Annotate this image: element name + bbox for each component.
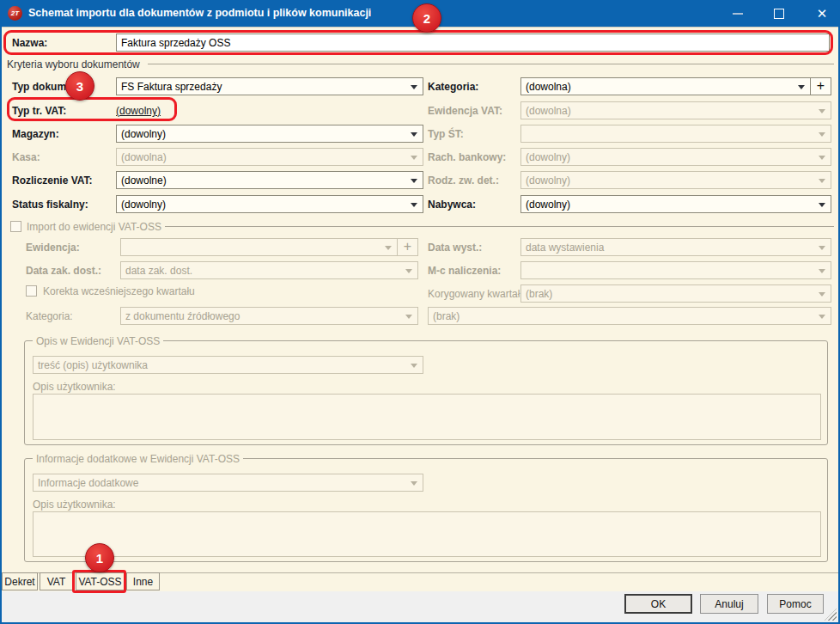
nabywca-value: (dowolny) [526,199,570,211]
typ-dokumentu-label: Typ dokumentu: [12,81,91,93]
anuluj-button[interactable]: Anuluj [700,594,758,614]
chevron-down-icon [385,246,392,250]
chevron-down-icon [819,292,825,297]
import-vatoss-checkbox-label: Import do ewidencji VAT-OSS [27,221,161,233]
status-fiskalny-label: Status fiskalny: [12,199,88,211]
chevron-down-icon [411,364,417,368]
korygowany-kwartal-value: (brak) [526,288,552,300]
kategoria-value: (dowolna) [526,81,571,93]
typ-dokumentu-combo[interactable]: FS Faktura sprzedaży [116,77,423,95]
chevron-down-icon [411,481,417,486]
typ-st-label: Typ ŚT: [428,128,464,140]
chevron-down-icon [819,269,825,273]
maximize-icon [774,9,784,19]
pomoc-button[interactable]: Pomoc [767,594,824,614]
kasa-label: Kasa: [12,151,40,163]
vatoss-kategoria-label: Kategoria: [26,310,73,322]
typ-st-combo [520,125,831,143]
chevron-down-icon [819,132,825,137]
nazwa-label: Nazwa: [12,37,47,49]
dialog-window: 2T Schemat importu dla dokumentów z podm… [0,0,840,624]
korygowany-kwartal-combo: (brak) [520,284,831,303]
ewidencja-combo [120,238,398,256]
chevron-down-icon [411,156,417,160]
rozliczenie-vat-combo[interactable]: (dowolne) [116,171,423,189]
tab-vat[interactable]: VAT [40,572,73,590]
chevron-down-icon [819,246,825,250]
rozliczenie-vat-label: Rozliczenie VAT: [12,174,93,187]
data-zak-dost-combo: data zak. dost. [120,261,418,279]
data-wyst-label: Data wyst.: [428,242,482,254]
chevron-down-icon [819,179,825,183]
tab-dekret[interactable]: Dekret [2,572,38,590]
data-zak-dost-label: Data zak. dost.: [26,265,101,277]
rach-bankowy-combo: (dowolny) [520,148,831,166]
kategoria-add-button[interactable]: + [810,77,831,95]
window-title: Schemat importu dla dokumentów z podmiot… [28,7,371,19]
vatoss-header-line [165,226,834,227]
informacje-groupbox-legend: Informacje dodatkowe w Ewidencji VAT-OSS [33,453,243,465]
ewidencja-vat-combo: (dowolna) [520,101,831,119]
magazyn-combo[interactable]: (dowolny) [116,125,423,143]
kategoria-combo[interactable]: (dowolna) [520,77,811,95]
kasa-value: (dowolna) [121,151,167,163]
opis-uzytkownika-label: Opis użytkownika: [33,381,116,393]
rodz-zw-det-combo: (dowolny) [520,171,831,189]
import-vatoss-checkbox [10,221,21,232]
brak-combo-value: (brak) [433,310,460,322]
typ-tr-vat-link[interactable]: (dowolny) [116,105,161,117]
data-zak-dost-value: data zak. dost. [125,265,192,277]
mc-naliczenia-label: M-c naliczenia: [428,265,501,277]
nabywca-combo[interactable]: (dowolny) [520,195,831,213]
chevron-down-icon [411,203,417,207]
informacje-opis-label: Opis użytkownika: [33,499,116,511]
ewidencja-add-button: + [397,238,418,256]
tab-inne[interactable]: Inne [126,572,160,590]
chevron-down-icon [411,132,417,137]
kryteria-header-line [148,64,834,64]
status-fiskalny-combo[interactable]: (dowolny) [116,195,423,213]
close-button[interactable]: ✕ [807,0,837,27]
korekta-checkbox-label: Korekta wcześniejszego kwartału [43,285,195,297]
brak-combo: (brak) [428,307,831,325]
informacje-opis-textarea [33,511,821,557]
chevron-down-icon [819,109,825,113]
nabywca-label: Nabywca: [428,199,476,211]
tab-vat-oss[interactable]: VAT-OSS [76,572,125,590]
status-fiskalny-value: (dowolny) [121,199,166,211]
data-wyst-value: data wystawienia [526,242,604,254]
rach-bankowy-label: Rach. bankowy: [428,151,506,163]
minimize-button[interactable] [723,0,752,27]
ewidencja-vat-value: (dowolna) [526,105,571,117]
informacje-combo-value: Informacje dodatkowe [38,477,138,489]
ok-button[interactable]: OK [624,594,692,614]
korekta-checkbox [26,285,37,297]
chevron-down-icon [819,156,825,160]
chevron-down-icon [405,315,412,319]
korygowany-kwartal-label: Korygowany kwartał: [428,288,523,300]
title-bar: 2T Schemat importu dla dokumentów z podm… [0,0,840,27]
chevron-down-icon [798,85,805,89]
kryteria-section-header: Kryteria wyboru dokumentów [7,58,140,70]
data-wyst-combo: data wystawienia [520,238,831,256]
ewidencja-vat-label: Ewidencja VAT: [428,105,502,117]
chevron-down-icon [405,269,412,273]
typ-dokumentu-value: FS Faktura sprzedaży [121,81,222,93]
chevron-down-icon [819,315,825,319]
chevron-down-icon [411,85,417,89]
rodz-zw-det-value: (dowolny) [526,174,570,187]
minimize-icon [733,13,743,15]
rodz-zw-det-label: Rodz. zw. det.: [428,174,499,187]
nazwa-input[interactable] [116,34,830,52]
opis-uzytkownika-textarea [33,394,821,440]
maximize-button[interactable] [764,0,794,27]
informacje-combo: Informacje dodatkowe [33,474,423,492]
typ-tr-vat-label: Typ tr. VAT: [12,105,66,117]
magazyn-label: Magazyn: [12,128,59,140]
rozliczenie-vat-value: (dowolne) [121,174,167,187]
chevron-down-icon [819,203,825,207]
mc-naliczenia-combo [520,261,831,279]
opis-groupbox-legend: Opis w Ewidencji VAT-OSS [33,335,163,347]
close-icon: ✕ [807,0,837,27]
kasa-combo: (dowolna) [116,148,423,166]
